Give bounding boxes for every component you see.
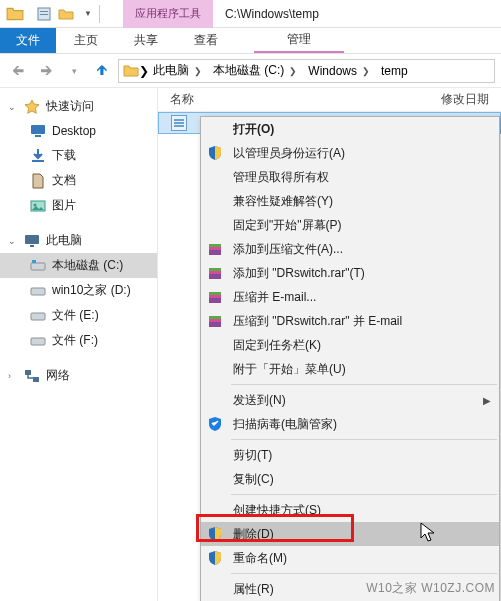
menu-create-shortcut[interactable]: 创建快捷方式(S) bbox=[201, 498, 499, 522]
sidebar-item-label: 文档 bbox=[52, 172, 76, 189]
sidebar-item-label: 文件 (F:) bbox=[52, 332, 98, 349]
nav-recent-dropdown[interactable]: ▾ bbox=[62, 59, 86, 83]
menu-send-to[interactable]: 发送到(N)▶ bbox=[201, 388, 499, 412]
sidebar-quick-access[interactable]: ⌄ 快速访问 bbox=[0, 94, 157, 119]
svg-rect-26 bbox=[209, 316, 221, 319]
menu-troubleshoot-compat[interactable]: 兼容性疑难解答(Y) bbox=[201, 189, 499, 213]
menu-add-archive[interactable]: 添加到压缩文件(A)... bbox=[201, 237, 499, 261]
menu-label: 固定到任务栏(K) bbox=[233, 337, 491, 354]
menu-label: 剪切(T) bbox=[233, 447, 491, 464]
star-icon bbox=[24, 99, 40, 115]
svg-rect-11 bbox=[31, 288, 45, 295]
tab-share[interactable]: 共享 bbox=[116, 28, 176, 53]
breadcrumb-bar[interactable]: ❯ 此电脑❯ 本地磁盘 (C:)❯ Windows❯ temp bbox=[118, 59, 495, 83]
winrar-icon bbox=[207, 241, 223, 257]
sidebar-this-pc[interactable]: ⌄ 此电脑 bbox=[0, 228, 157, 253]
desktop-icon bbox=[30, 123, 46, 139]
breadcrumb-label: 此电脑 bbox=[153, 62, 189, 79]
svg-rect-14 bbox=[25, 370, 31, 375]
menu-label: 复制(C) bbox=[233, 471, 491, 488]
svg-rect-4 bbox=[35, 135, 41, 137]
menu-add-to-drswitch[interactable]: 添加到 "DRswitch.rar"(T) bbox=[201, 261, 499, 285]
menu-separator bbox=[231, 573, 497, 574]
file-type-icon bbox=[171, 115, 187, 131]
download-icon bbox=[30, 148, 46, 164]
sidebar-label: 快速访问 bbox=[46, 98, 94, 115]
menu-compress-email[interactable]: 压缩并 E-mail... bbox=[201, 285, 499, 309]
svg-rect-10 bbox=[32, 260, 36, 263]
qat-dropdown-icon[interactable]: ▼ bbox=[80, 9, 96, 18]
svg-rect-9 bbox=[31, 263, 45, 270]
chevron-right-icon[interactable]: ❯ bbox=[359, 66, 373, 76]
properties-icon[interactable] bbox=[36, 6, 52, 22]
breadcrumb-label: 本地磁盘 (C:) bbox=[213, 62, 284, 79]
svg-rect-27 bbox=[209, 319, 221, 322]
document-icon bbox=[30, 173, 46, 189]
sidebar-item-drive-d[interactable]: win10之家 (D:) bbox=[0, 278, 157, 303]
menu-label: 发送到(N) bbox=[233, 392, 475, 409]
tab-home[interactable]: 主页 bbox=[56, 28, 116, 53]
menu-cut[interactable]: 剪切(T) bbox=[201, 443, 499, 467]
sidebar-item-downloads[interactable]: 下载 bbox=[0, 143, 157, 168]
menu-separator bbox=[231, 384, 497, 385]
menu-pin-taskbar[interactable]: 固定到任务栏(K) bbox=[201, 333, 499, 357]
menu-label: 固定到"开始"屏幕(P) bbox=[233, 217, 491, 234]
sidebar-network[interactable]: › 网络 bbox=[0, 363, 157, 388]
menu-attach-start[interactable]: 附于「开始」菜单(U) bbox=[201, 357, 499, 381]
window-titlebar: ▼ 应用程序工具 C:\Windows\temp bbox=[0, 0, 501, 28]
menu-run-as-admin[interactable]: 以管理员身份运行(A) bbox=[201, 141, 499, 165]
context-menu: 打开(O) 以管理员身份运行(A) 管理员取得所有权 兼容性疑难解答(Y) 固定… bbox=[200, 116, 500, 601]
menu-delete[interactable]: 删除(D) bbox=[201, 522, 499, 546]
menu-rename[interactable]: 重命名(M) bbox=[201, 546, 499, 570]
tab-file[interactable]: 文件 bbox=[0, 28, 56, 53]
svg-rect-7 bbox=[25, 235, 39, 244]
collapse-icon[interactable]: ⌄ bbox=[8, 236, 18, 246]
svg-rect-21 bbox=[209, 271, 221, 274]
ribbon-tabs: 文件 主页 共享 查看 管理 bbox=[0, 28, 501, 54]
sidebar-item-label: 文件 (E:) bbox=[52, 307, 99, 324]
menu-label: 删除(D) bbox=[233, 526, 491, 543]
menu-copy[interactable]: 复制(C) bbox=[201, 467, 499, 491]
chevron-right-icon[interactable]: ❯ bbox=[286, 66, 300, 76]
breadcrumb-this-pc[interactable]: 此电脑❯ bbox=[149, 62, 209, 79]
nav-back-button[interactable]: 🡰 bbox=[6, 59, 30, 83]
breadcrumb-temp[interactable]: temp bbox=[377, 64, 412, 78]
new-folder-icon[interactable] bbox=[58, 6, 74, 22]
sidebar-item-drive-f[interactable]: 文件 (F:) bbox=[0, 328, 157, 353]
sidebar-item-drive-e[interactable]: 文件 (E:) bbox=[0, 303, 157, 328]
menu-compress-drswitch-email[interactable]: 压缩到 "DRswitch.rar" 并 E-mail bbox=[201, 309, 499, 333]
sidebar-item-documents[interactable]: 文档 bbox=[0, 168, 157, 193]
nav-up-button[interactable]: 🡱 bbox=[90, 59, 114, 83]
column-date[interactable]: 修改日期 bbox=[441, 91, 501, 108]
tab-manage[interactable]: 管理 bbox=[254, 28, 344, 53]
tencent-icon bbox=[207, 416, 223, 432]
nav-forward-button: 🡲 bbox=[34, 59, 58, 83]
quick-access-toolbar bbox=[30, 6, 80, 22]
navigation-pane: ⌄ 快速访问 Desktop 下载 文档 图片 ⌄ 此电脑 本地磁盘 (C:) … bbox=[0, 88, 158, 601]
window-folder-icon bbox=[6, 5, 24, 23]
column-name[interactable]: 名称 bbox=[170, 91, 441, 108]
column-headers: 名称 修改日期 bbox=[158, 88, 501, 112]
menu-take-ownership[interactable]: 管理员取得所有权 bbox=[201, 165, 499, 189]
chevron-right-icon[interactable]: ❯ bbox=[139, 64, 149, 78]
shield-icon bbox=[207, 145, 223, 161]
expand-icon[interactable]: › bbox=[8, 371, 18, 381]
menu-label: 管理员取得所有权 bbox=[233, 169, 491, 186]
sidebar-item-desktop[interactable]: Desktop bbox=[0, 119, 157, 143]
menu-open[interactable]: 打开(O) bbox=[201, 117, 499, 141]
breadcrumb-label: temp bbox=[381, 64, 408, 78]
sidebar-item-label: 图片 bbox=[52, 197, 76, 214]
tab-view[interactable]: 查看 bbox=[176, 28, 236, 53]
collapse-icon[interactable]: ⌄ bbox=[8, 102, 18, 112]
svg-rect-2 bbox=[40, 14, 48, 15]
menu-scan-virus[interactable]: 扫描病毒(电脑管家) bbox=[201, 412, 499, 436]
chevron-right-icon[interactable]: ❯ bbox=[191, 66, 205, 76]
sidebar-item-label: 下载 bbox=[52, 147, 76, 164]
svg-rect-8 bbox=[30, 245, 34, 247]
sidebar-item-pictures[interactable]: 图片 bbox=[0, 193, 157, 218]
sidebar-item-drive-c[interactable]: 本地磁盘 (C:) bbox=[0, 253, 157, 278]
menu-pin-start[interactable]: 固定到"开始"屏幕(P) bbox=[201, 213, 499, 237]
breadcrumb-windows[interactable]: Windows❯ bbox=[304, 64, 377, 78]
breadcrumb-folder-icon bbox=[123, 63, 139, 79]
breadcrumb-drive-c[interactable]: 本地磁盘 (C:)❯ bbox=[209, 62, 304, 79]
